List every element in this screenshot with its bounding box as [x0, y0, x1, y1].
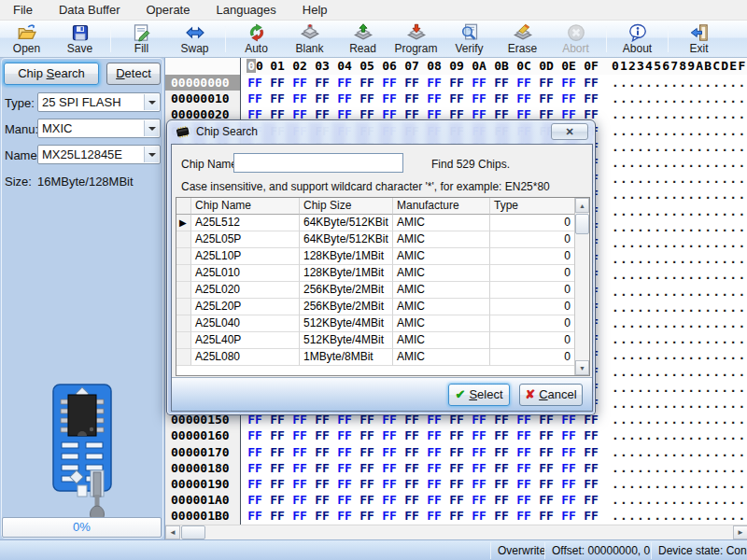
table-cell[interactable]: 0 — [490, 282, 576, 299]
toolbar-button-about[interactable]: About — [611, 21, 664, 57]
hex-byte[interactable]: FF — [244, 427, 266, 443]
hex-byte[interactable]: FF — [401, 476, 423, 492]
hex-byte[interactable]: FF — [311, 460, 333, 476]
hex-byte[interactable]: FF — [356, 91, 378, 106]
hex-byte[interactable]: FF — [289, 427, 311, 443]
hex-ascii[interactable]: ................ — [612, 171, 746, 187]
table-cell[interactable]: A25L040 — [191, 315, 300, 332]
hex-byte[interactable]: FF — [378, 460, 401, 476]
hex-byte[interactable]: FF — [490, 492, 513, 508]
table-header-chip-name[interactable]: Chip Name — [191, 198, 300, 215]
hex-byte[interactable]: FF — [490, 508, 513, 524]
hex-byte[interactable]: FF — [378, 476, 401, 492]
hex-byte[interactable]: FF — [423, 460, 445, 476]
hex-byte[interactable]: FF — [266, 492, 289, 508]
hex-byte[interactable]: FF — [333, 460, 356, 476]
hex-byte[interactable]: FF — [311, 444, 333, 460]
toolbar-button-open[interactable]: Open — [0, 21, 53, 57]
hex-byte[interactable]: FF — [445, 476, 468, 492]
table-cell[interactable]: 0 — [490, 248, 576, 265]
toolbar-button-exit[interactable]: Exit — [672, 21, 726, 57]
row-selector[interactable] — [176, 332, 191, 349]
hex-byte[interactable]: FF — [333, 492, 356, 508]
table-cell[interactable]: AMIC — [393, 215, 490, 231]
hex-byte[interactable]: FF — [557, 444, 580, 460]
table-cell[interactable]: 128KByte/1MBit — [300, 265, 393, 282]
hex-byte[interactable]: FF — [244, 75, 266, 91]
toolbar-button-swap[interactable]: Swap — [168, 21, 221, 57]
hex-byte[interactable]: FF — [513, 75, 535, 91]
hex-ascii[interactable]: ................ — [612, 427, 746, 443]
toolbar-button-save[interactable]: Save — [53, 21, 106, 57]
hex-byte[interactable]: FF — [333, 508, 356, 524]
hex-byte[interactable]: FF — [401, 460, 423, 476]
chip-name-combobox[interactable]: MX25L12845E — [37, 145, 161, 164]
table-cell[interactable]: 0 — [490, 265, 576, 282]
hex-byte[interactable]: FF — [356, 444, 378, 460]
scroll-up-icon[interactable]: ▲ — [575, 198, 589, 213]
hex-byte[interactable]: FF — [557, 492, 580, 508]
hex-byte[interactable]: FF — [535, 444, 557, 460]
close-button[interactable]: ✕ — [551, 123, 588, 140]
hex-byte[interactable]: FF — [580, 427, 602, 443]
scroll-down-icon[interactable]: ▼ — [575, 360, 589, 375]
hex-byte[interactable]: FF — [311, 508, 333, 524]
hex-byte[interactable]: FF — [580, 91, 602, 106]
hex-byte[interactable]: FF — [490, 444, 513, 460]
hex-byte[interactable]: FF — [423, 492, 445, 508]
table-cell[interactable]: AMIC — [393, 231, 490, 248]
hex-ascii[interactable]: ................ — [612, 219, 746, 235]
hex-byte[interactable]: FF — [333, 444, 356, 460]
hex-byte[interactable]: FF — [423, 75, 445, 91]
table-cell[interactable]: 0 — [490, 299, 576, 315]
hex-byte[interactable]: FF — [401, 427, 423, 443]
hex-byte[interactable]: FF — [289, 460, 311, 476]
hex-byte[interactable]: FF — [378, 444, 401, 460]
row-selector[interactable] — [176, 265, 191, 282]
scrollbar-thumb[interactable] — [181, 525, 205, 539]
row-selector[interactable] — [176, 315, 191, 332]
hex-ascii[interactable]: ................ — [612, 476, 746, 492]
hex-byte[interactable]: FF — [378, 75, 401, 91]
table-cell[interactable]: A25L20P — [191, 299, 300, 315]
hex-byte[interactable]: FF — [535, 91, 557, 106]
detect-button[interactable]: Detect — [106, 63, 161, 85]
hex-byte[interactable]: FF — [580, 492, 602, 508]
chevron-down-icon[interactable] — [144, 147, 159, 162]
table-cell[interactable]: 0 — [490, 215, 576, 231]
hex-byte[interactable]: FF — [445, 427, 468, 443]
hex-byte[interactable]: FF — [401, 508, 423, 524]
hex-ascii[interactable]: ................ — [612, 251, 746, 267]
table-cell[interactable]: A25L010 — [191, 265, 300, 282]
hex-byte[interactable]: FF — [423, 444, 445, 460]
hex-ascii[interactable]: ................ — [612, 396, 746, 412]
toolbar-button-read[interactable]: Read — [336, 21, 389, 57]
hex-byte[interactable]: FF — [289, 508, 311, 524]
table-cell[interactable]: 512KByte/4MBit — [300, 315, 393, 332]
menu-item-operate[interactable]: Operate — [133, 1, 203, 20]
hex-byte[interactable]: FF — [311, 476, 333, 492]
row-selector[interactable] — [176, 248, 191, 265]
table-cell[interactable]: A25L512 — [191, 215, 300, 231]
hex-byte[interactable]: FF — [445, 508, 468, 524]
table-cell[interactable]: AMIC — [393, 332, 490, 349]
chip-name-input[interactable] — [233, 153, 403, 173]
table-cell[interactable]: A25L10P — [191, 248, 300, 265]
hex-byte[interactable]: FF — [445, 460, 468, 476]
hex-byte[interactable]: FF — [378, 492, 401, 508]
scroll-left-icon[interactable]: ◄ — [165, 525, 180, 539]
hex-byte[interactable]: FF — [401, 75, 423, 91]
scrollbar-thumb[interactable] — [575, 214, 589, 234]
chip-search-button[interactable]: Chip Search — [4, 63, 99, 85]
table-header-chip-size[interactable]: Chip Size — [300, 198, 393, 215]
menu-item-languages[interactable]: Languages — [203, 1, 289, 20]
hex-byte[interactable]: FF — [333, 427, 356, 443]
hex-byte[interactable]: FF — [580, 508, 602, 524]
hex-byte[interactable]: FF — [289, 492, 311, 508]
hex-ascii[interactable]: ................ — [612, 91, 746, 106]
hex-byte[interactable]: FF — [468, 91, 490, 106]
hex-byte[interactable]: FF — [244, 492, 266, 508]
hex-byte[interactable]: FF — [289, 75, 311, 91]
table-cell[interactable]: 1MByte/8MBit — [300, 349, 393, 366]
toolbar-button-auto[interactable]: Auto — [230, 21, 283, 57]
